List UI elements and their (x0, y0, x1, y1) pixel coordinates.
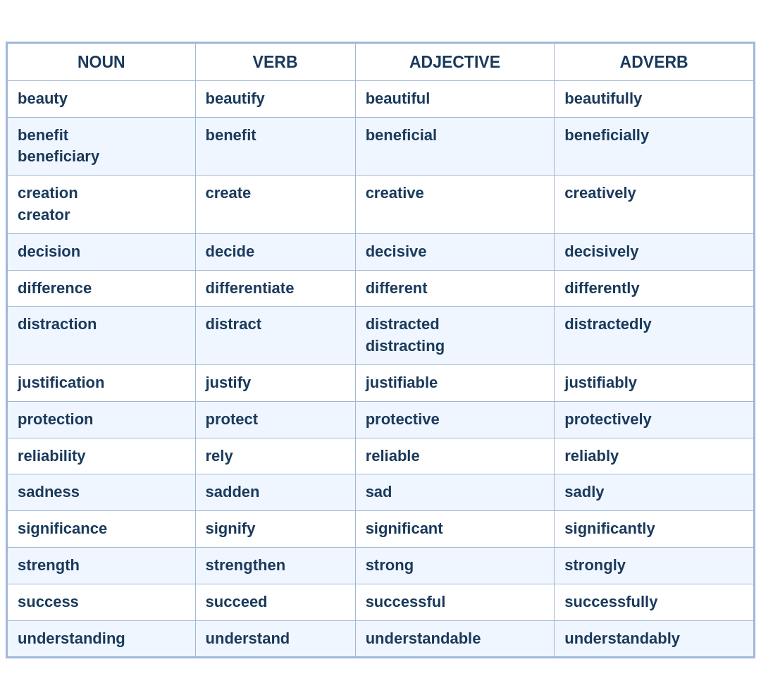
header-noun: NOUN (8, 43, 196, 80)
cell-adjective: strong (355, 547, 555, 584)
table-row: benefitbeneficiarybenefitbeneficialbenef… (8, 117, 754, 176)
cell-adjective: reliable (355, 438, 555, 474)
table-row: justificationjustifyjustifiablejustifiab… (8, 364, 754, 401)
cell-verb: justify (195, 364, 355, 401)
cell-noun: distraction (8, 307, 196, 365)
cell-verb: differentiate (195, 270, 355, 307)
word-forms-table-wrapper: NOUN VERB ADJECTIVE ADVERB beautybeautif… (6, 42, 755, 659)
cell-verb: rely (195, 438, 355, 474)
cell-verb: signify (195, 511, 355, 548)
table-row: creationcreatorcreatecreativecreatively (8, 176, 754, 234)
table-row: significancesignifysignificantsignifican… (8, 511, 754, 548)
table-row: understandingunderstandunderstandableund… (8, 620, 754, 657)
cell-noun: understanding (8, 620, 196, 657)
cell-adverb: understandably (555, 620, 754, 657)
cell-verb: distract (195, 307, 355, 365)
cell-adjective: beneficial (355, 117, 555, 176)
cell-adverb: creatively (555, 176, 754, 234)
cell-verb: strengthen (195, 547, 355, 584)
cell-noun: sadness (8, 474, 196, 511)
header-row: NOUN VERB ADJECTIVE ADVERB (8, 43, 754, 80)
table-row: decisiondecidedecisivedecisively (8, 233, 754, 270)
cell-adverb: decisively (555, 233, 754, 270)
cell-adjective: distracteddistracting (355, 307, 555, 365)
cell-adjective: decisive (355, 233, 555, 270)
header-verb: VERB (195, 43, 355, 80)
table-row: differencedifferentiatedifferentdifferen… (8, 270, 754, 307)
cell-verb: create (195, 176, 355, 234)
table-row: sadnesssaddensadsadly (8, 474, 754, 511)
cell-adjective: successful (355, 584, 555, 620)
cell-noun: justification (8, 364, 196, 401)
cell-adjective: protective (355, 401, 555, 438)
cell-adverb: successfully (555, 584, 754, 620)
header-adjective: ADJECTIVE (355, 43, 555, 80)
cell-noun: significance (8, 511, 196, 548)
cell-adjective: sad (355, 474, 555, 511)
cell-verb: sadden (195, 474, 355, 511)
cell-adjective: different (355, 270, 555, 307)
table-row: successsucceedsuccessfulsuccessfully (8, 584, 754, 620)
cell-verb: decide (195, 233, 355, 270)
table-row: beautybeautifybeautifulbeautifully (8, 80, 754, 117)
cell-adjective: creative (355, 176, 555, 234)
table-row: reliabilityrelyreliablereliably (8, 438, 754, 474)
cell-noun: difference (8, 270, 196, 307)
cell-adverb: beautifully (555, 80, 754, 117)
cell-verb: benefit (195, 117, 355, 176)
cell-noun: strength (8, 547, 196, 584)
cell-noun: creationcreator (8, 176, 196, 234)
cell-noun: protection (8, 401, 196, 438)
word-forms-table: NOUN VERB ADJECTIVE ADVERB beautybeautif… (7, 43, 754, 658)
cell-noun: benefitbeneficiary (8, 117, 196, 176)
cell-adjective: understandable (355, 620, 555, 657)
cell-noun: reliability (8, 438, 196, 474)
table-row: strengthstrengthenstrongstrongly (8, 547, 754, 584)
cell-verb: succeed (195, 584, 355, 620)
cell-adverb: distractedly (555, 307, 754, 365)
cell-verb: understand (195, 620, 355, 657)
cell-noun: success (8, 584, 196, 620)
header-adverb: ADVERB (555, 43, 754, 80)
cell-adverb: reliably (555, 438, 754, 474)
cell-adverb: protectively (555, 401, 754, 438)
cell-adjective: significant (355, 511, 555, 548)
cell-adverb: beneficially (555, 117, 754, 176)
cell-adverb: differently (555, 270, 754, 307)
cell-noun: decision (8, 233, 196, 270)
cell-adjective: beautiful (355, 80, 555, 117)
table-row: protectionprotectprotectiveprotectively (8, 401, 754, 438)
cell-noun: beauty (8, 80, 196, 117)
cell-adverb: strongly (555, 547, 754, 584)
cell-adverb: sadly (555, 474, 754, 511)
cell-verb: beautify (195, 80, 355, 117)
cell-verb: protect (195, 401, 355, 438)
cell-adverb: justifiably (555, 364, 754, 401)
table-row: distractiondistractdistracteddistracting… (8, 307, 754, 365)
cell-adverb: significantly (555, 511, 754, 548)
cell-adjective: justifiable (355, 364, 555, 401)
